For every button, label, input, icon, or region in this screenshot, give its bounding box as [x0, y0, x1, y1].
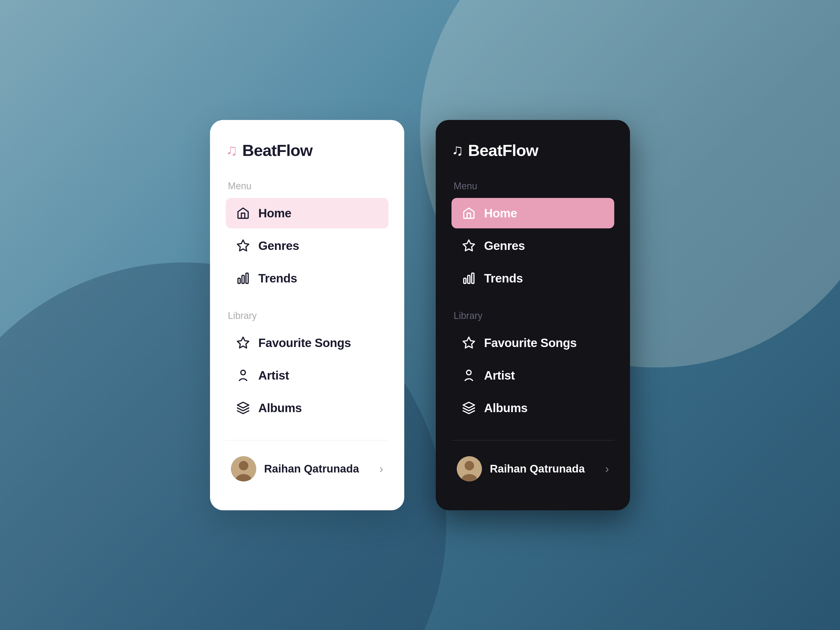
- library-label-light: Library: [228, 310, 388, 321]
- menu-label-dark: Menu: [453, 181, 614, 192]
- svg-point-7: [239, 461, 248, 471]
- star-icon-dark: [461, 335, 477, 351]
- trends-label-light: Trends: [258, 271, 297, 285]
- svg-marker-9: [463, 240, 474, 251]
- trends-label-dark: Trends: [484, 271, 523, 285]
- chevron-icon-dark: ›: [605, 462, 609, 475]
- library-label-dark: Library: [453, 310, 614, 321]
- sidebar-item-favourite-songs-light[interactable]: Favourite Songs: [226, 328, 388, 358]
- svg-rect-3: [246, 273, 248, 283]
- sidebar-item-home-light[interactable]: Home: [226, 198, 388, 228]
- sidebar-dark: ♫ BeatFlow Menu Home: [436, 120, 630, 510]
- trends-icon-dark: [461, 270, 477, 286]
- genres-icon-dark: [461, 238, 477, 254]
- svg-rect-10: [464, 278, 466, 284]
- favourite-songs-label-light: Favourite Songs: [258, 336, 351, 350]
- svg-point-16: [465, 461, 474, 471]
- panels-container: ♫ BeatFlow Menu Home: [210, 120, 630, 510]
- home-icon-dark: [461, 205, 477, 221]
- logo-icon-light: ♫: [226, 142, 238, 158]
- profile-row-dark[interactable]: Raihan Qatrunada ›: [452, 448, 614, 489]
- home-icon-light: [235, 205, 251, 221]
- profile-name-dark: Raihan Qatrunada: [490, 463, 597, 475]
- avatar-light: [231, 456, 256, 482]
- home-label-dark: Home: [484, 206, 517, 220]
- sidebar-item-artist-light[interactable]: Artist: [226, 360, 388, 391]
- menu-label-light: Menu: [228, 181, 388, 192]
- sidebar-item-genres-dark[interactable]: Genres: [452, 231, 614, 261]
- logo-row-dark: ♫ BeatFlow: [452, 141, 614, 159]
- svg-marker-13: [463, 337, 474, 348]
- svg-point-5: [241, 370, 245, 374]
- home-label-light: Home: [258, 206, 291, 220]
- artist-icon-dark: [461, 368, 477, 383]
- profile-divider-light: [226, 440, 388, 441]
- sidebar-item-genres-light[interactable]: Genres: [226, 231, 388, 261]
- sidebar-item-trends-light[interactable]: Trends: [226, 263, 388, 294]
- sidebar-item-trends-dark[interactable]: Trends: [452, 263, 614, 294]
- albums-icon-light: [235, 400, 251, 416]
- favourite-songs-label-dark: Favourite Songs: [484, 336, 577, 350]
- svg-point-14: [466, 370, 471, 374]
- profile-row-light[interactable]: Raihan Qatrunada ›: [226, 448, 388, 489]
- sidebar-item-artist-dark[interactable]: Artist: [452, 360, 614, 391]
- sidebar-light: ♫ BeatFlow Menu Home: [210, 120, 404, 510]
- chevron-icon-light: ›: [379, 462, 383, 475]
- svg-marker-4: [237, 337, 249, 348]
- logo-row-light: ♫ BeatFlow: [226, 141, 388, 159]
- genres-icon-light: [235, 238, 251, 254]
- menu-nav-light: Home Genres: [226, 198, 388, 295]
- sidebar-item-favourite-songs-dark[interactable]: Favourite Songs: [452, 328, 614, 358]
- app-name-dark: BeatFlow: [468, 141, 538, 159]
- star-icon-light: [235, 335, 251, 351]
- artist-label-dark: Artist: [484, 368, 515, 382]
- svg-rect-2: [242, 275, 245, 283]
- albums-label-light: Albums: [258, 401, 302, 415]
- sidebar-item-albums-light[interactable]: Albums: [226, 393, 388, 423]
- menu-nav-dark: Home Genres: [452, 198, 614, 295]
- svg-marker-0: [237, 240, 249, 251]
- artist-icon-light: [235, 368, 251, 383]
- library-nav-light: Favourite Songs Artist: [226, 328, 388, 425]
- svg-rect-1: [238, 278, 240, 284]
- library-nav-dark: Favourite Songs Artist: [452, 328, 614, 425]
- genres-label-light: Genres: [258, 238, 299, 253]
- app-name-light: BeatFlow: [242, 141, 313, 159]
- artist-label-light: Artist: [258, 368, 289, 382]
- profile-divider-dark: [452, 440, 614, 441]
- albums-label-dark: Albums: [484, 401, 527, 415]
- svg-rect-12: [472, 273, 474, 283]
- genres-label-dark: Genres: [484, 238, 525, 253]
- albums-icon-dark: [461, 400, 477, 416]
- profile-name-light: Raihan Qatrunada: [264, 463, 371, 475]
- logo-icon-dark: ♫: [452, 142, 463, 158]
- sidebar-item-albums-dark[interactable]: Albums: [452, 393, 614, 423]
- svg-rect-11: [468, 275, 470, 283]
- sidebar-item-home-dark[interactable]: Home: [452, 198, 614, 228]
- trends-icon-light: [235, 270, 251, 286]
- avatar-dark: [457, 456, 482, 482]
